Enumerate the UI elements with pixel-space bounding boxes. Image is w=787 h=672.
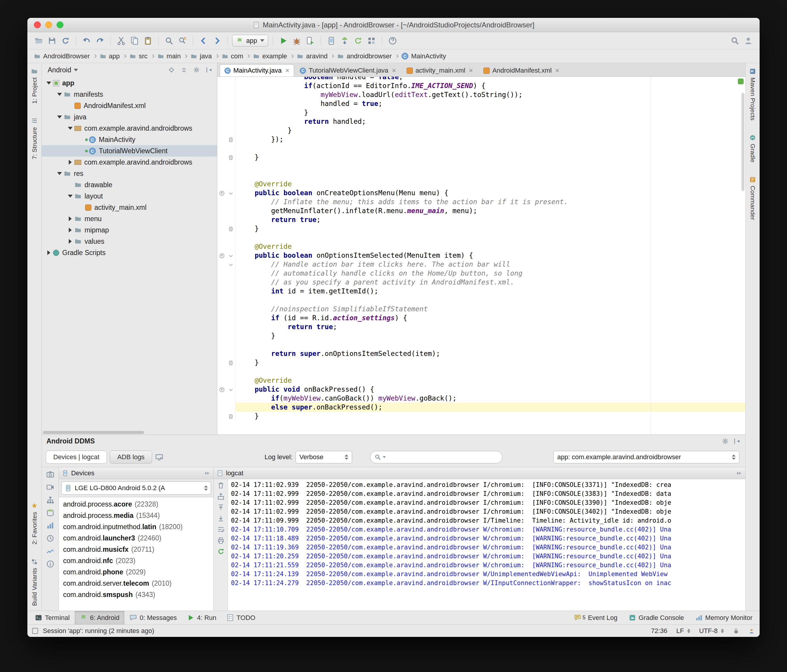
paste-icon[interactable]	[142, 35, 154, 47]
tree-item-tutorialwebviewclient[interactable]: CTutorialWebViewClient	[42, 145, 217, 156]
lock-icon[interactable]	[733, 628, 740, 634]
tool-button-commander[interactable]: Commander	[749, 176, 756, 220]
process-row[interactable]: android.process.media(15344)	[59, 510, 213, 521]
tree-item-layout[interactable]: layout	[42, 191, 217, 202]
process-row[interactable]: com.android.server.telecom(2010)	[59, 578, 213, 589]
target-icon[interactable]	[166, 65, 177, 74]
breadcrumb-item-example[interactable]: example	[253, 52, 287, 60]
code-line[interactable]: }	[217, 331, 745, 340]
tree-item-activity-main-xml[interactable]: activity_main.xml	[42, 202, 217, 213]
toolwindow-button-0-messages[interactable]: 0: Messages	[125, 611, 182, 625]
override-marker-icon[interactable]	[219, 190, 225, 196]
project-horizontal-scrollbar[interactable]	[42, 430, 217, 434]
tool-button-1-project[interactable]: 1: Project	[31, 68, 38, 104]
log-line[interactable]: 02-14 17:11:10.709 22050-22050/com.examp…	[231, 525, 745, 534]
fold-end-icon[interactable]	[228, 226, 234, 232]
tree-collapse-arrow-icon[interactable]	[55, 93, 64, 96]
breadcrumb-item-androidbrowser[interactable]: androidbrowser	[337, 52, 392, 60]
code-line[interactable]: public void onBackPressed() {	[217, 385, 745, 394]
tool-button-2-favorites[interactable]: 2: Favorites	[31, 502, 38, 544]
code-line[interactable]: @Override	[217, 180, 745, 188]
scroll-down-icon[interactable]	[217, 514, 225, 522]
undo-icon[interactable]	[81, 35, 93, 47]
inspections-profile-icon[interactable]	[748, 628, 755, 634]
sync-project-icon[interactable]	[352, 35, 364, 47]
log-line[interactable]: 02-14 17:11:02.999 22050-22050/com.examp…	[231, 489, 745, 498]
close-tab-icon[interactable]: ×	[285, 67, 289, 74]
allocation-tracker-icon[interactable]	[46, 521, 54, 530]
code-line[interactable]: handled = true;	[217, 99, 745, 108]
logcat-output[interactable]: 02-14 17:11:02.939 22050-22050/com.examp…	[228, 479, 745, 611]
code-line[interactable]	[217, 340, 745, 349]
log-line[interactable]: 02-14 17:11:18.489 22050-22050/com.examp…	[231, 534, 745, 543]
log-line[interactable]: 02-14 17:11:24.279 22050-22050/com.examp…	[231, 579, 745, 587]
debug-icon[interactable]	[291, 35, 303, 47]
log-line[interactable]: 02-14 17:11:02.999 22050-22050/com.examp…	[231, 507, 745, 516]
tree-item-com-example-aravind-androidbrows[interactable]: com.example.aravind.androidbrows	[42, 156, 217, 168]
system-info-icon[interactable]	[46, 560, 54, 568]
close-tab-icon[interactable]: ×	[392, 67, 396, 74]
scrollbar-thumb[interactable]	[741, 93, 744, 191]
clear-log-icon[interactable]	[217, 481, 225, 489]
code-line[interactable]: else super.onBackPressed();	[217, 403, 745, 412]
tree-item-menu[interactable]: menu	[42, 213, 217, 224]
breadcrumb-item-main[interactable]: main	[158, 52, 181, 60]
fold-end-icon[interactable]	[228, 155, 234, 161]
sdk-manager-icon[interactable]	[339, 35, 351, 47]
code-line[interactable]: boolean handled = false;	[217, 77, 745, 81]
forward-icon[interactable]	[211, 35, 223, 47]
sync-icon[interactable]	[60, 35, 71, 47]
breadcrumb-item-src[interactable]: src	[130, 52, 147, 60]
code-line[interactable]: if(actionId == EditorInfo.IME_ACTION_SEN…	[217, 81, 745, 90]
editor-tab-activity-main-xml[interactable]: activity_main.xml×	[402, 64, 478, 76]
code-line[interactable]: }	[217, 412, 745, 421]
settings-icon[interactable]	[191, 65, 202, 74]
statusbar-widget-event-log[interactable]: 5Event Log	[574, 614, 617, 622]
process-row[interactable]: com.android.launcher3(22460)	[59, 532, 213, 544]
fold-open-icon[interactable]	[228, 262, 234, 268]
logcat-search-input[interactable]	[387, 453, 498, 461]
collapse-all-icon[interactable]	[179, 65, 189, 74]
code-line[interactable]: // Inflate the menu; this adds items to …	[217, 197, 745, 206]
avd-manager-icon[interactable]	[326, 35, 337, 47]
log-line[interactable]: 02-14 17:11:02.939 22050-22050/com.examp…	[231, 480, 745, 489]
tool-button-7-structure[interactable]: 7: Structure	[31, 118, 38, 159]
tree-item-mainactivity[interactable]: CMainActivity	[42, 134, 217, 145]
fold-open-icon[interactable]	[228, 190, 234, 196]
process-row[interactable]: com.android.musicfx(20711)	[59, 544, 213, 555]
screen-record-icon[interactable]	[46, 483, 54, 491]
tree-expand-arrow-icon[interactable]	[66, 216, 74, 221]
user-icon[interactable]	[742, 35, 754, 47]
logcat-filter-select[interactable]: app: com.example.aravind.androidbrowser	[553, 451, 740, 464]
code-editor[interactable]: boolean handled = false; if(actionId == …	[217, 77, 745, 434]
screen-capture-icon[interactable]	[155, 453, 163, 461]
toolwindow-button-terminal[interactable]: Terminal	[30, 611, 75, 625]
statusbar-widget-gradle-console[interactable]: Gradle Console	[629, 614, 684, 622]
editor-scrollbar[interactable]	[741, 87, 745, 434]
project-structure-icon[interactable]	[365, 35, 378, 47]
save-icon[interactable]	[46, 35, 58, 47]
code-line[interactable]: }	[217, 224, 745, 233]
tree-item-mipmap[interactable]: mipmap	[42, 224, 217, 236]
log-line[interactable]: 02-14 17:11:19.369 22050-22050/com.examp…	[231, 543, 745, 552]
search-options-chevron-icon[interactable]	[383, 456, 386, 458]
code-line[interactable]	[217, 233, 745, 242]
hierarchy-view-icon[interactable]	[46, 496, 54, 504]
fold-open-icon[interactable]	[228, 386, 234, 393]
breadcrumb-item-app[interactable]: app	[100, 52, 120, 60]
network-stats-icon[interactable]	[46, 547, 54, 555]
tool-button-gradle[interactable]: Gradle	[749, 134, 756, 162]
minimize-window-button[interactable]	[45, 21, 52, 28]
fold-open-icon[interactable]	[228, 253, 234, 259]
screenshot-icon[interactable]	[46, 470, 54, 478]
process-row[interactable]: com.android.smspush(4343)	[59, 589, 213, 600]
breadcrumb-item-androidbrowser[interactable]: AndroidBrowser	[34, 52, 90, 60]
tree-expand-arrow-icon[interactable]	[66, 160, 74, 164]
toolwindow-button-6-android[interactable]: 6: Android	[75, 611, 125, 625]
run-icon[interactable]	[277, 35, 289, 47]
help-icon[interactable]	[387, 35, 398, 47]
redo-icon[interactable]	[94, 35, 106, 47]
collapse-panel-icon[interactable]	[204, 470, 210, 476]
code-line[interactable]: });	[217, 135, 745, 144]
code-line[interactable]: // Handle action bar item clicks here. T…	[217, 260, 745, 269]
